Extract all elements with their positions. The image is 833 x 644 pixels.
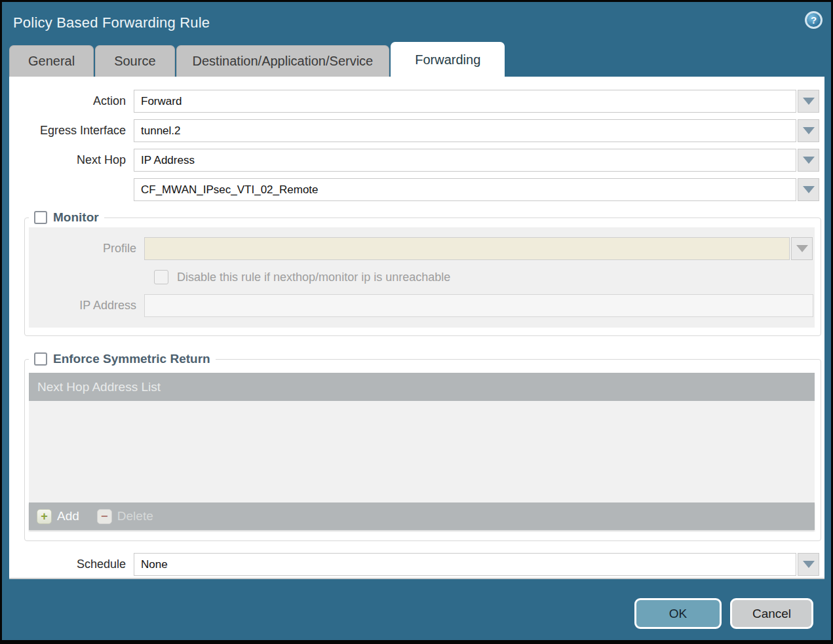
dialog-title: Policy Based Forwarding Rule xyxy=(2,14,210,31)
next-hop-label: Next Hop xyxy=(9,153,134,167)
schedule-row: Schedule xyxy=(9,553,819,576)
chevron-down-icon xyxy=(796,245,808,252)
monitor-panel: Profile Disable this rule if nexthop/mon… xyxy=(29,227,815,328)
enforce-symmetric-return-legend-label: Enforce Symmetric Return xyxy=(53,352,210,366)
monitor-legend-label: Monitor xyxy=(53,210,99,225)
enforce-symmetric-return-legend: Enforce Symmetric Return xyxy=(29,352,216,366)
chevron-down-icon xyxy=(803,127,815,134)
delete-icon: − xyxy=(97,509,112,524)
action-dropdown-button[interactable] xyxy=(798,90,819,113)
disable-rule-checkbox xyxy=(154,270,168,284)
tab-general[interactable]: General xyxy=(9,45,94,77)
monitor-legend: Monitor xyxy=(29,210,104,225)
delete-button-label: Delete xyxy=(117,509,153,523)
profile-label: Profile xyxy=(29,242,144,256)
cancel-button[interactable]: Cancel xyxy=(730,598,813,629)
chevron-down-icon xyxy=(803,98,815,105)
next-hop-address-list-body[interactable] xyxy=(29,401,815,502)
dialog-footer: OK Cancel xyxy=(2,579,831,629)
monitor-ip-address-input xyxy=(144,294,813,317)
action-label: Action xyxy=(9,94,134,108)
next-hop-row: Next Hop xyxy=(9,149,819,172)
next-hop-address-list-toolbar: + Add − Delete xyxy=(29,502,815,530)
tab-source[interactable]: Source xyxy=(95,45,174,77)
schedule-label: Schedule xyxy=(9,558,134,571)
forwarding-tab-panel: Action Egress Interface Next Hop Monitor xyxy=(9,77,824,579)
chevron-down-icon xyxy=(803,157,815,164)
ok-button[interactable]: OK xyxy=(634,598,722,629)
monitor-ip-address-label: IP Address xyxy=(29,299,144,313)
tab-bar: General Source Destination/Application/S… xyxy=(2,43,831,77)
chevron-down-icon xyxy=(803,561,815,568)
chevron-down-icon xyxy=(803,186,815,193)
add-button[interactable]: + Add xyxy=(37,509,79,524)
add-icon: + xyxy=(37,509,52,524)
next-hop-address-row xyxy=(9,178,819,201)
egress-interface-dropdown-button[interactable] xyxy=(798,119,819,142)
next-hop-address-input[interactable] xyxy=(134,178,796,201)
egress-interface-row: Egress Interface xyxy=(9,119,819,142)
disable-rule-row: Disable this rule if nexthop/monitor ip … xyxy=(154,270,815,284)
next-hop-type-input[interactable] xyxy=(134,149,796,172)
egress-interface-label: Egress Interface xyxy=(9,124,134,138)
dialog-titlebar: Policy Based Forwarding Rule ? xyxy=(2,2,831,43)
monitor-checkbox[interactable] xyxy=(34,211,47,224)
enforce-symmetric-return-checkbox[interactable] xyxy=(34,352,47,366)
disable-rule-label: Disable this rule if nexthop/monitor ip … xyxy=(177,271,450,284)
next-hop-address-list-header: Next Hop Address List xyxy=(29,373,815,401)
next-hop-address-dropdown-button[interactable] xyxy=(798,178,819,201)
next-hop-address-list-table: Next Hop Address List + Add − Delete xyxy=(29,373,815,530)
schedule-input[interactable] xyxy=(134,553,796,576)
add-button-label: Add xyxy=(57,509,79,523)
tab-forwarding[interactable]: Forwarding xyxy=(391,42,505,77)
profile-dropdown-button xyxy=(791,237,813,260)
monitor-ip-address-row: IP Address xyxy=(29,294,813,317)
profile-row: Profile xyxy=(29,237,813,260)
enforce-symmetric-return-section: Enforce Symmetric Return Next Hop Addres… xyxy=(24,352,821,541)
action-row: Action xyxy=(9,90,819,113)
next-hop-type-dropdown-button[interactable] xyxy=(798,149,819,172)
delete-button: − Delete xyxy=(97,509,153,524)
monitor-section: Monitor Profile Disable this rule if nex… xyxy=(24,210,821,336)
profile-input xyxy=(144,237,790,260)
policy-based-forwarding-dialog: Policy Based Forwarding Rule ? General S… xyxy=(0,0,833,644)
tab-destination-application-service[interactable]: Destination/Application/Service xyxy=(176,45,390,77)
egress-interface-input[interactable] xyxy=(134,119,796,142)
help-icon[interactable]: ? xyxy=(805,11,823,29)
schedule-dropdown-button[interactable] xyxy=(798,553,819,576)
action-input[interactable] xyxy=(134,90,796,113)
